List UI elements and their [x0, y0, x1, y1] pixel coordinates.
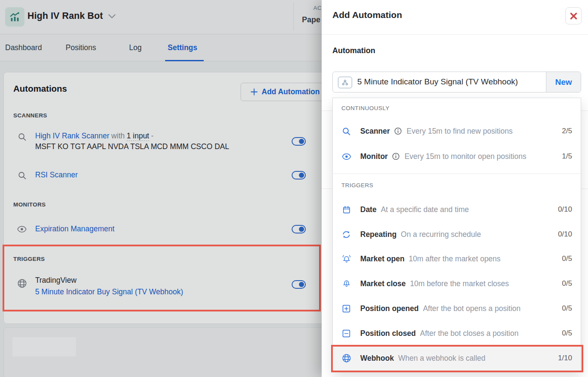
new-button[interactable]: New [546, 72, 581, 92]
dropdown-divider [333, 174, 581, 174]
menu-item-count: 0/5 [562, 329, 572, 338]
automation-type-icon [338, 77, 352, 88]
menu-item-desc: Every 15m to find new positions [407, 127, 513, 136]
menu-item-label: Repeating [360, 230, 397, 239]
menu-item-desc: 10m after the market opens [409, 254, 501, 263]
menu-item-desc: When a webhook is called [398, 354, 485, 363]
menu-item-market-open[interactable]: Market open 10m after the market opens 0… [333, 249, 581, 268]
search-icon [341, 127, 351, 136]
menu-item-label: Position closed [360, 329, 416, 338]
close-button[interactable] [565, 7, 582, 24]
group-triggers: TRIGGERS [341, 182, 374, 188]
menu-item-count: 0/5 [562, 304, 572, 313]
automation-type-dropdown: CONTINUOUSLY Scanner Every 15m to find n… [332, 98, 581, 372]
menu-item-label: Date [360, 205, 377, 214]
menu-item-count: 1/5 [562, 152, 572, 161]
menu-item-count: 0/10 [558, 230, 572, 239]
menu-item-desc: After the bot closes a position [420, 329, 519, 338]
automation-select[interactable]: 5 Minute Indicator Buy Signal (TV Webhoo… [332, 72, 581, 93]
menu-item-position-closed[interactable]: Position closed After the bot closes a p… [333, 324, 581, 343]
menu-item-count: 2/5 [562, 127, 572, 135]
group-continuously: CONTINUOUSLY [341, 105, 389, 111]
menu-item-desc: On a recurring schedule [401, 230, 481, 239]
automation-section-label: Automation [332, 46, 375, 55]
bell-ringing-icon [341, 254, 351, 263]
globe-icon [341, 353, 351, 363]
minus-square-icon [341, 329, 351, 338]
panel-divider [322, 34, 588, 35]
menu-item-scanner[interactable]: Scanner Every 15m to find new positions … [333, 122, 581, 141]
add-automation-panel: Add Automation Automation 5 Minute Indic… [322, 0, 588, 377]
annotation-box-triggers [3, 245, 321, 311]
menu-item-label: Scanner [360, 127, 390, 136]
eye-icon [341, 153, 351, 160]
menu-item-market-close[interactable]: Market close 10m before the market close… [333, 274, 581, 293]
menu-item-position-opened[interactable]: Position opened After the bot opens a po… [333, 299, 581, 318]
screen: High IV Rank Bot AC Pape Dashboard Posit… [0, 0, 588, 377]
menu-item-desc: 10m before the market closes [410, 279, 509, 288]
menu-item-monitor[interactable]: Monitor Every 15m to monitor open positi… [333, 147, 581, 166]
menu-item-count: 0/5 [562, 254, 572, 263]
menu-item-count: 0/5 [562, 279, 572, 288]
menu-item-date[interactable]: Date At a specific date and time 0/10 [333, 200, 581, 219]
select-value: 5 Minute Indicator Buy Signal (TV Webhoo… [357, 77, 518, 87]
bell-alert-icon [341, 279, 351, 288]
close-icon [570, 12, 578, 20]
menu-item-label: Webhook [360, 354, 394, 363]
plus-square-icon [341, 305, 351, 313]
repeat-icon [341, 230, 351, 239]
menu-item-count: 0/10 [558, 205, 572, 214]
info-icon[interactable] [392, 153, 400, 160]
menu-item-repeating[interactable]: Repeating On a recurring schedule 0/10 [333, 225, 581, 244]
menu-item-label: Market open [360, 254, 404, 263]
menu-item-desc: Every 15m to monitor open positions [404, 152, 526, 161]
menu-item-webhook[interactable]: Webhook When a webhook is called 1/10 [333, 346, 581, 371]
calendar-icon [341, 205, 351, 214]
menu-item-label: Monitor [360, 152, 388, 161]
menu-item-label: Market close [360, 279, 406, 288]
menu-item-desc: At a specific date and time [381, 205, 469, 214]
menu-item-count: 1/10 [558, 354, 572, 362]
menu-item-desc: After the bot opens a position [423, 304, 521, 313]
info-icon[interactable] [394, 127, 402, 135]
menu-item-label: Position opened [360, 304, 419, 313]
panel-title: Add Automation [332, 10, 402, 20]
